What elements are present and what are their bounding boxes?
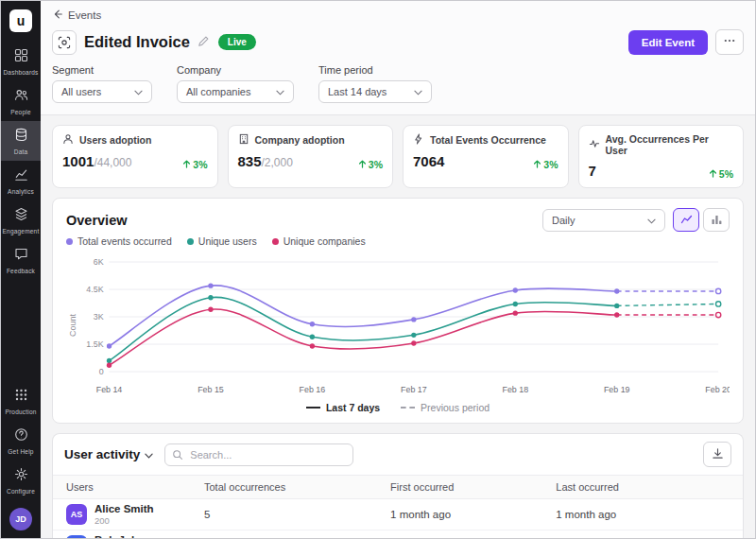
gear-icon bbox=[14, 467, 28, 485]
title-bar: Edited Invoice Live Edit Event bbox=[41, 26, 755, 62]
table-row[interactable]: BJBob Johnson201 5 1 month ago 1 month a… bbox=[53, 530, 743, 539]
bolt-icon bbox=[413, 133, 424, 147]
sidebar-item-people[interactable]: People bbox=[1, 81, 41, 121]
stat-value: 7064 bbox=[413, 153, 444, 169]
sidebar-item-dashboards[interactable]: Dashboards bbox=[1, 42, 41, 81]
stat-card-avg-occurrences: Avg. Occurrences Per User 7 5% bbox=[578, 125, 745, 188]
trend-up-icon bbox=[182, 159, 191, 170]
company-filter: Company All companies bbox=[177, 64, 294, 103]
y-axis-label: Count bbox=[66, 251, 77, 400]
last-occurred-cell: 1 month ago bbox=[542, 530, 743, 539]
chevron-down-icon bbox=[414, 86, 422, 97]
avatar: AS bbox=[66, 504, 87, 525]
segment-filter-label: Segment bbox=[52, 64, 152, 76]
chat-icon bbox=[14, 247, 28, 265]
series-legend: Total events occurred Unique users Uniqu… bbox=[66, 235, 730, 247]
user-name[interactable]: Alice Smith bbox=[94, 503, 154, 514]
dashboards-icon bbox=[14, 48, 28, 66]
legend-unique-companies: Unique companies bbox=[272, 235, 366, 247]
app-logo[interactable]: u bbox=[9, 9, 32, 32]
time-period-filter-label: Time period bbox=[318, 64, 432, 76]
period-legend: Last 7 days Previous period bbox=[66, 400, 730, 417]
legend-unique-users: Unique users bbox=[187, 235, 257, 247]
company-filter-label: Company bbox=[177, 64, 294, 76]
svg-text:Feb 14: Feb 14 bbox=[96, 385, 123, 394]
time-period-filter: Time period Last 14 days bbox=[318, 64, 432, 103]
chevron-down-icon bbox=[134, 86, 143, 97]
live-badge: Live bbox=[218, 34, 256, 50]
last-occurred-cell: 1 month ago bbox=[542, 499, 743, 530]
legend-dot bbox=[66, 238, 73, 245]
line-chart-toggle-button[interactable] bbox=[673, 208, 699, 232]
first-occurred-cell: 1 month ago bbox=[377, 530, 542, 539]
layers-icon bbox=[14, 207, 28, 225]
stat-denominator: /44,000 bbox=[94, 156, 131, 169]
stat-trend: 3% bbox=[358, 159, 383, 170]
line-chart[interactable]: 01.5K3K4.5K6KFeb 14Feb 15Feb 16Feb 17Feb… bbox=[77, 251, 730, 400]
bar-chart-toggle-button[interactable] bbox=[703, 208, 730, 232]
overview-title: Overview bbox=[66, 213, 128, 228]
filters-bar: Segment All users Company All companies … bbox=[41, 62, 755, 115]
download-button[interactable] bbox=[703, 442, 731, 467]
interval-select[interactable]: Daily bbox=[542, 209, 665, 232]
svg-text:Feb 18: Feb 18 bbox=[502, 385, 528, 394]
download-icon bbox=[712, 447, 724, 462]
avatar: BJ bbox=[66, 535, 87, 538]
column-last-occurred[interactable]: Last occurred bbox=[542, 476, 743, 499]
sidebar-item-get-help[interactable]: Get Help bbox=[1, 421, 41, 461]
stat-value: 7 bbox=[589, 163, 596, 179]
arrow-left-icon bbox=[52, 9, 63, 22]
table-row[interactable]: ASAlice Smith200 5 1 month ago 1 month a… bbox=[53, 499, 743, 530]
main-area: Events Edited Invoice Live Edit Event Se… bbox=[41, 1, 755, 538]
stat-denominator: /2,000 bbox=[262, 156, 293, 169]
sidebar-item-configure[interactable]: Configure bbox=[1, 461, 41, 500]
column-total-occurrences[interactable]: Total occurrences bbox=[191, 476, 377, 499]
column-first-occurred[interactable]: First occurred bbox=[377, 476, 542, 499]
stat-trend: 3% bbox=[533, 159, 558, 170]
search-input[interactable] bbox=[164, 443, 353, 466]
legend-last-7-days: Last 7 days bbox=[306, 402, 380, 413]
dashed-line-swatch bbox=[401, 407, 415, 409]
sidebar-bottom-nav: Production Get Help Configure JD bbox=[1, 381, 41, 538]
table-header-row: Users Total occurrences First occurred L… bbox=[53, 476, 743, 499]
sidebar-item-engagement[interactable]: Engagement bbox=[1, 200, 41, 240]
database-icon bbox=[14, 128, 28, 146]
sidebar-item-production[interactable]: Production bbox=[1, 381, 41, 421]
stat-card-users-adoption: Users adoption 1001/44,000 3% bbox=[52, 125, 218, 188]
occurrences-cell: 5 bbox=[191, 530, 377, 539]
column-users[interactable]: Users bbox=[53, 476, 191, 499]
segment-filter: Segment All users bbox=[52, 64, 152, 103]
back-to-events-link[interactable]: Events bbox=[52, 9, 101, 22]
stat-trend: 3% bbox=[182, 159, 207, 170]
segment-select[interactable]: All users bbox=[52, 80, 152, 103]
sidebar-item-analytics[interactable]: Analytics bbox=[1, 161, 41, 200]
svg-text:Feb 17: Feb 17 bbox=[401, 385, 427, 394]
legend-total-events: Total events occurred bbox=[66, 235, 172, 247]
more-options-button[interactable] bbox=[715, 29, 744, 55]
chevron-down-icon bbox=[647, 215, 656, 226]
sidebar-item-feedback[interactable]: Feedback bbox=[1, 240, 41, 280]
pencil-icon bbox=[198, 34, 209, 51]
svg-text:Feb 15: Feb 15 bbox=[198, 385, 224, 394]
stat-trend: 5% bbox=[709, 168, 733, 180]
breadcrumb: Events bbox=[41, 1, 755, 26]
user-activity-dropdown[interactable]: User activity bbox=[64, 447, 153, 461]
ellipsis-icon bbox=[723, 34, 736, 50]
stat-card-company-adoption: Company adoption 835/2,000 3% bbox=[228, 125, 394, 188]
apps-grid-icon bbox=[14, 388, 28, 406]
trend-up-icon bbox=[709, 168, 717, 180]
line-chart-icon bbox=[680, 212, 693, 229]
people-icon bbox=[14, 88, 28, 106]
sidebar-item-data[interactable]: Data bbox=[1, 121, 41, 161]
search-box bbox=[164, 443, 353, 466]
chart-type-toggle bbox=[673, 208, 730, 232]
edit-title-button[interactable] bbox=[198, 34, 209, 51]
legend-dot bbox=[272, 238, 279, 245]
event-scan-icon bbox=[52, 30, 77, 55]
user-avatar[interactable]: JD bbox=[9, 508, 32, 530]
user-name[interactable]: Bob Johnson bbox=[94, 534, 163, 538]
company-select[interactable]: All companies bbox=[177, 80, 294, 103]
help-icon bbox=[14, 427, 28, 445]
time-period-select[interactable]: Last 14 days bbox=[318, 80, 432, 103]
edit-event-button[interactable]: Edit Event bbox=[628, 30, 708, 55]
